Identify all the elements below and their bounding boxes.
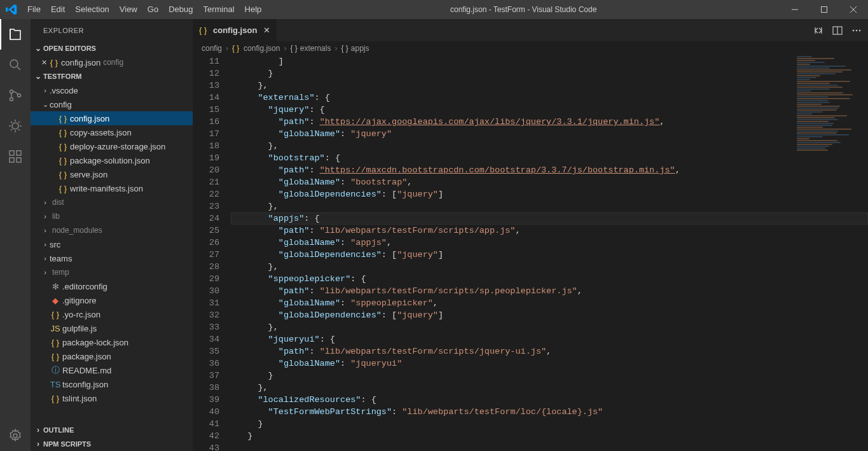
split-editor-icon[interactable] (832, 25, 843, 36)
menu-item-terminal[interactable]: Terminal (198, 0, 239, 19)
settings-activity-icon[interactable] (0, 420, 31, 451)
json-file-icon: { } (57, 184, 69, 193)
code-line[interactable]: }, (231, 261, 868, 273)
scm-activity-icon[interactable] (0, 80, 31, 111)
open-editor-item[interactable]: ✕ { } config.json config (31, 55, 193, 69)
folder-item[interactable]: ›dist (31, 195, 193, 209)
workspace-section[interactable]: ⌄ TESTFORM (31, 69, 193, 83)
code-line[interactable]: }, (231, 80, 868, 92)
code-line[interactable]: } (231, 370, 868, 382)
code-line[interactable]: } (231, 418, 868, 430)
breadcrumb-item[interactable]: { }appjs (341, 44, 369, 53)
code-line[interactable]: "externals": { (231, 92, 868, 104)
code-line[interactable]: } (231, 430, 868, 442)
code-line[interactable]: "globalDependencies": ["jquery"] (231, 309, 868, 321)
code-line[interactable]: "bootstrap": { (231, 152, 868, 164)
menu-item-file[interactable]: File (22, 0, 46, 19)
code-line[interactable]: }, (231, 140, 868, 152)
debug-activity-icon[interactable] (0, 111, 31, 141)
code-line[interactable]: "globalName": "sppeoplepicker", (231, 297, 868, 309)
file-item[interactable]: { }copy-assets.json (31, 125, 193, 139)
code-line[interactable]: "jquery": { (231, 104, 868, 116)
menu-item-edit[interactable]: Edit (46, 0, 70, 19)
extensions-activity-icon[interactable] (0, 141, 31, 172)
code-line[interactable]: "appjs": { (231, 212, 868, 225)
code-editor[interactable]: ] } }, "externals": { "jquery": { "path"… (231, 55, 868, 451)
code-line[interactable]: } (231, 67, 868, 80)
file-item[interactable]: { }serve.json (31, 167, 193, 181)
folder-item[interactable]: ›temp (31, 265, 193, 279)
menu-item-debug[interactable]: Debug (163, 0, 198, 19)
menu-item-selection[interactable]: Selection (70, 0, 114, 19)
outline-section[interactable]: › OUTLINE (31, 423, 193, 437)
folder-item[interactable]: ›lib (31, 209, 193, 223)
breadcrumb[interactable]: config›{ }config.json›{ }externals›{ }ap… (193, 41, 868, 55)
code-line[interactable]: "globalDependencies": ["jquery"] (231, 249, 868, 261)
folder-item[interactable]: ›teams (31, 251, 193, 265)
breadcrumb-item[interactable]: config (202, 44, 222, 53)
breadcrumb-item[interactable]: { }config.json (232, 44, 280, 53)
code-line[interactable]: "globalName": "jquery" (231, 128, 868, 140)
code-line[interactable]: "globalName": "jqueryui" (231, 357, 868, 370)
compare-changes-icon[interactable] (813, 25, 823, 36)
editor-tab[interactable]: { } config.json ✕ (193, 19, 277, 41)
svg-rect-9 (17, 151, 21, 155)
file-item[interactable]: ⓘREADME.md (31, 363, 193, 377)
code-line[interactable]: "TestFormWebPartStrings": "lib/webparts/… (231, 406, 868, 418)
npm-scripts-section[interactable]: › NPM SCRIPTS (31, 437, 193, 451)
folder-item[interactable]: ›.vscode (31, 83, 193, 97)
code-line[interactable]: "jqueryui": { (231, 333, 868, 345)
file-item[interactable]: ✻.editorconfig (31, 279, 193, 293)
code-line[interactable]: }, (231, 382, 868, 394)
svg-rect-8 (17, 158, 21, 162)
code-line[interactable]: "path": "https://maxcdn.bootstrapcdn.com… (231, 164, 868, 176)
code-line[interactable]: "globalName": "bootstrap", (231, 176, 868, 188)
code-line[interactable]: "path": "https://ajax.googleapis.com/aja… (231, 116, 868, 128)
folder-item[interactable]: ›src (31, 237, 193, 251)
chevron-icon: › (41, 268, 50, 276)
code-line[interactable]: "path": "lib/webparts/testForm/scripts/s… (231, 285, 868, 297)
menu-bar: FileEditSelectionViewGoDebugTerminalHelp (22, 0, 266, 19)
folder-item[interactable]: ⌄config (31, 97, 193, 111)
code-line[interactable]: "globalName": "appjs", (231, 237, 868, 249)
file-item[interactable]: { }config.json (31, 111, 193, 125)
open-editors-section[interactable]: ⌄ OPEN EDITORS (31, 41, 193, 55)
close-editor-icon[interactable]: ✕ (39, 59, 48, 67)
code-line[interactable]: "globalDependencies": ["jquery"] (231, 188, 868, 200)
code-line[interactable]: }, (231, 200, 868, 212)
file-item[interactable]: { }package-lock.json (31, 335, 193, 349)
file-item[interactable]: JSgulpfile.js (31, 321, 193, 335)
menu-item-view[interactable]: View (114, 0, 142, 19)
minimap[interactable] (792, 55, 868, 451)
file-item[interactable]: { }package.json (31, 349, 193, 363)
file-item[interactable]: { }package-solution.json (31, 153, 193, 167)
editor-area: { } config.json ✕ config›{ }config.json›… (193, 19, 868, 451)
code-line[interactable]: "path": "lib/webparts/testForm/scripts/j… (231, 345, 868, 357)
code-line[interactable]: }, (231, 321, 868, 333)
chevron-down-icon: ⌄ (33, 72, 43, 81)
file-item[interactable]: { }tslint.json (31, 391, 193, 405)
code-line[interactable] (231, 442, 868, 451)
code-line[interactable]: "sppeoplepicker": { (231, 273, 868, 285)
file-item[interactable]: { }deploy-azure-storage.json (31, 139, 193, 153)
more-actions-icon[interactable] (851, 25, 862, 36)
file-item[interactable]: TStsconfig.json (31, 377, 193, 391)
file-item[interactable]: { }write-manifests.json (31, 181, 193, 195)
minimize-button[interactable] (780, 0, 809, 19)
code-line[interactable]: "path": "lib/webparts/testForm/scripts/a… (231, 225, 868, 237)
explorer-activity-icon[interactable] (0, 19, 31, 50)
close-tab-icon[interactable]: ✕ (263, 25, 270, 35)
search-activity-icon[interactable] (0, 50, 31, 80)
menu-item-help[interactable]: Help (240, 0, 267, 19)
code-line[interactable]: ] (231, 55, 868, 67)
breadcrumb-item[interactable]: { }externals (290, 44, 331, 53)
maximize-button[interactable] (809, 0, 839, 19)
svg-point-4 (18, 94, 21, 97)
menu-item-go[interactable]: Go (142, 0, 163, 19)
close-button[interactable] (839, 0, 868, 19)
code-line[interactable]: "localizedResources": { (231, 394, 868, 406)
chevron-icon: ⌄ (41, 101, 50, 109)
file-item[interactable]: ◆.gitignore (31, 293, 193, 307)
file-item[interactable]: { }.yo-rc.json (31, 307, 193, 321)
folder-item[interactable]: ›node_modules (31, 223, 193, 237)
